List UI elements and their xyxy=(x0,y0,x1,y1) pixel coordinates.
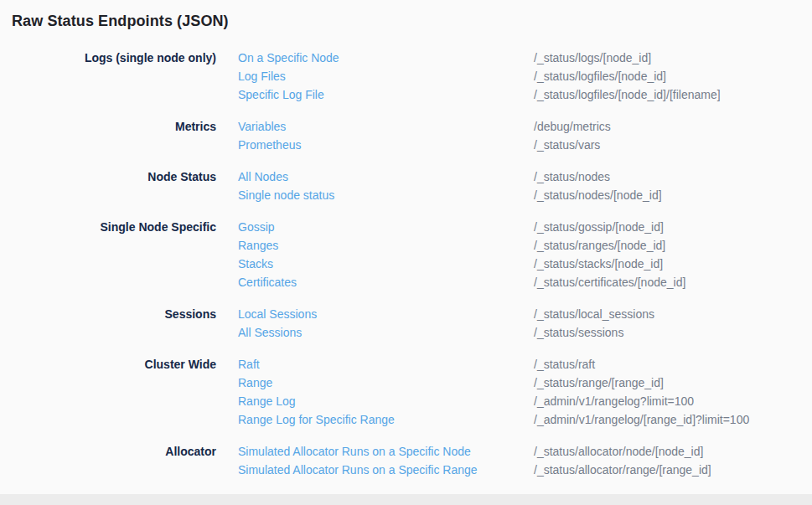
category-label: Logs (single node only) xyxy=(12,49,216,67)
endpoint-path: /_status/nodes xyxy=(534,167,812,186)
endpoint-link[interactable]: Specific Log File xyxy=(238,85,534,104)
endpoint-link[interactable]: Prometheus xyxy=(238,136,534,154)
endpoint-path: /_status/vars xyxy=(534,136,812,154)
endpoint-link[interactable]: Raft xyxy=(238,355,534,374)
debug-endpoints-section: Raw Status Endpoints (JSON) Logs (single… xyxy=(0,0,812,479)
endpoint-path: /_status/sessions xyxy=(534,323,812,342)
endpoint-link[interactable]: Stacks xyxy=(238,255,534,273)
endpoint-link[interactable]: Simulated Allocator Runs on a Specific R… xyxy=(238,461,534,479)
endpoint-link[interactable]: On a Specific Node xyxy=(238,49,534,67)
endpoint-path: /_status/logfiles/[node_id]/[filename] xyxy=(534,85,812,104)
links-column: Local SessionsAll Sessions xyxy=(238,305,534,342)
endpoint-table: Logs (single node only) On a Specific No… xyxy=(12,49,812,479)
category-label: Metrics xyxy=(12,117,216,136)
category-label: Cluster Wide xyxy=(12,355,216,374)
endpoint-path: /_status/ranges/[node_id] xyxy=(534,236,812,255)
endpoint-path: /_status/logs/[node_id] xyxy=(534,49,812,67)
paths-column: /_status/logs/[node_id]/_status/logfiles… xyxy=(534,49,812,104)
links-column: VariablesPrometheus xyxy=(238,117,534,154)
paths-column: /_status/gossip/[node_id]/_status/ranges… xyxy=(534,218,812,291)
links-column: All NodesSingle node status xyxy=(238,167,534,204)
category-label: Allocator xyxy=(12,442,216,461)
endpoint-group-row: Sessions Local SessionsAll Sessions /_st… xyxy=(12,305,812,342)
page-title: Raw Status Endpoints (JSON) xyxy=(12,12,812,30)
endpoint-path: /_status/gossip/[node_id] xyxy=(534,218,812,236)
paths-column: /_status/local_sessions/_status/sessions xyxy=(534,305,812,342)
endpoint-group-row: Metrics VariablesPrometheus /debug/metri… xyxy=(12,117,812,154)
endpoint-group-row: Single Node Specific GossipRangesStacksC… xyxy=(12,218,812,291)
endpoint-link[interactable]: Variables xyxy=(238,117,534,136)
endpoint-link[interactable]: Range Log for Specific Range xyxy=(238,410,534,429)
links-column: On a Specific NodeLog FilesSpecific Log … xyxy=(238,49,534,104)
endpoint-path: /_admin/v1/rangelog?limit=100 xyxy=(534,392,812,410)
endpoint-path: /_status/logfiles/[node_id] xyxy=(534,67,812,85)
endpoint-path: /_status/local_sessions xyxy=(534,305,812,323)
endpoint-link[interactable]: Gossip xyxy=(238,218,534,236)
endpoint-link[interactable]: Range Log xyxy=(238,392,534,410)
endpoint-link[interactable]: All Nodes xyxy=(238,167,534,186)
endpoint-link[interactable]: Simulated Allocator Runs on a Specific N… xyxy=(238,442,534,461)
endpoint-path: /_admin/v1/rangelog/[range_id]?limit=100 xyxy=(534,410,812,429)
endpoint-link[interactable]: All Sessions xyxy=(238,323,534,342)
endpoint-path: /_status/allocator/node/[node_id] xyxy=(534,442,812,461)
endpoint-path: /_status/range/[range_id] xyxy=(534,374,812,392)
links-column: GossipRangesStacksCertificates xyxy=(238,218,534,291)
endpoint-link[interactable]: Local Sessions xyxy=(238,305,534,323)
category-label: Single Node Specific xyxy=(12,218,216,236)
endpoint-path: /debug/metrics xyxy=(534,117,812,136)
links-column: Simulated Allocator Runs on a Specific N… xyxy=(238,442,534,479)
paths-column: /_status/raft/_status/range/[range_id]/_… xyxy=(534,355,812,429)
endpoint-group-row: Allocator Simulated Allocator Runs on a … xyxy=(12,442,812,479)
paths-column: /debug/metrics/_status/vars xyxy=(534,117,812,154)
endpoint-link[interactable]: Log Files xyxy=(238,67,534,85)
footer-strip xyxy=(0,494,812,505)
endpoint-path: /_status/stacks/[node_id] xyxy=(534,255,812,273)
endpoint-group-row: Node Status All NodesSingle node status … xyxy=(12,167,812,204)
endpoint-link[interactable]: Single node status xyxy=(238,186,534,204)
endpoint-link[interactable]: Certificates xyxy=(238,273,534,291)
endpoint-group-row: Logs (single node only) On a Specific No… xyxy=(12,49,812,104)
endpoint-group-row: Cluster Wide RaftRangeRange LogRange Log… xyxy=(12,355,812,429)
endpoint-link[interactable]: Ranges xyxy=(238,236,534,255)
category-label: Node Status xyxy=(12,167,216,186)
endpoint-link[interactable]: Range xyxy=(238,374,534,392)
endpoint-path: /_status/allocator/range/[range_id] xyxy=(534,461,812,479)
endpoint-path: /_status/raft xyxy=(534,355,812,374)
paths-column: /_status/nodes/_status/nodes/[node_id] xyxy=(534,167,812,204)
paths-column: /_status/allocator/node/[node_id]/_statu… xyxy=(534,442,812,479)
endpoint-path: /_status/nodes/[node_id] xyxy=(534,186,812,204)
links-column: RaftRangeRange LogRange Log for Specific… xyxy=(238,355,534,429)
endpoint-path: /_status/certificates/[node_id] xyxy=(534,273,812,291)
category-label: Sessions xyxy=(12,305,216,323)
